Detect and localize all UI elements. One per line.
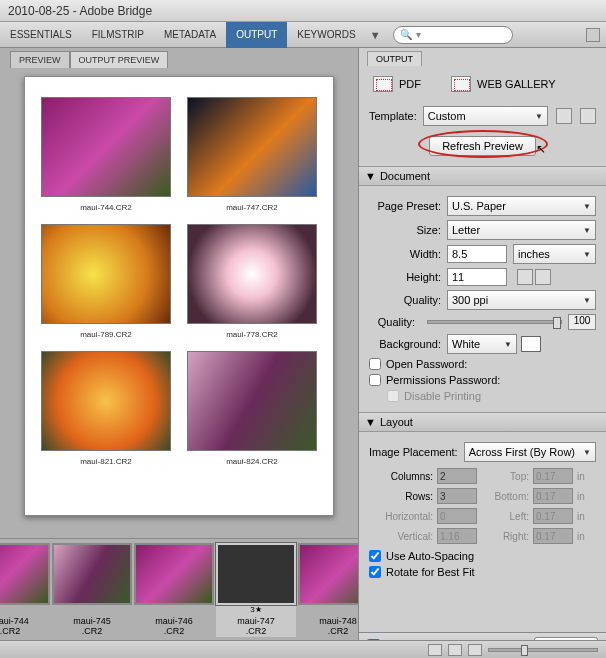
filmstrip-item[interactable]: maui-745.CR2	[52, 543, 132, 637]
zoom-slider[interactable]	[488, 648, 598, 652]
thumbnail-caption: maui-789.CR2	[80, 330, 132, 339]
permissions-password-label: Permissions Password:	[386, 374, 500, 386]
image-placement-label: Image Placement:	[369, 446, 464, 458]
size-select[interactable]: Letter▼	[447, 220, 596, 240]
filmstrip-filename: maui-744.CR2	[0, 617, 29, 637]
vertical-input: 1.16	[437, 528, 477, 544]
panel-menu-icon[interactable]	[586, 28, 600, 42]
disable-printing-label: Disable Printing	[404, 390, 481, 402]
thumbnail-caption: maui-744.CR2	[80, 203, 132, 212]
disable-printing-checkbox	[387, 390, 399, 402]
page-thumbnail: maui-778.CR2	[187, 224, 317, 339]
rows-label: Rows:	[369, 491, 433, 502]
filmstrip-thumbnail	[216, 543, 296, 605]
tab-output-preview[interactable]: OUTPUT PREVIEW	[70, 51, 169, 68]
section-layout-header[interactable]: ▼ Layout	[359, 412, 606, 432]
width-unit-select[interactable]: inches▼	[513, 244, 596, 264]
page-thumbnail: maui-821.CR2	[41, 351, 171, 466]
workspace-more-icon[interactable]: ▼	[366, 29, 385, 41]
thumbnail-image	[41, 224, 171, 324]
filmstrip-item[interactable]: 3★maui-747.CR2	[216, 543, 296, 637]
quality-slider[interactable]	[427, 320, 562, 324]
image-placement-select[interactable]: Across First (By Row)▼	[464, 442, 596, 462]
output-tab[interactable]: OUTPUT	[367, 51, 422, 66]
workspace-essentials[interactable]: ESSENTIALS	[0, 22, 82, 48]
auto-spacing-checkbox[interactable]	[369, 550, 381, 562]
page-preview: maui-744.CR2maui-747.CR2maui-789.CR2maui…	[24, 76, 334, 516]
thumbnail-image	[41, 97, 171, 197]
view-mode-icon[interactable]	[468, 644, 482, 656]
orientation-portrait-icon[interactable]	[517, 269, 533, 285]
view-mode-icon[interactable]	[428, 644, 442, 656]
quality-select[interactable]: 300 ppi▼	[447, 290, 596, 310]
background-select[interactable]: White▼	[447, 334, 517, 354]
filmstrip-item[interactable]: maui-746.CR2	[134, 543, 214, 637]
preview-area: maui-744.CR2maui-747.CR2maui-789.CR2maui…	[0, 68, 358, 538]
status-bar	[0, 640, 606, 658]
filmstrip-thumbnail	[298, 543, 358, 605]
rating-label: 3★	[250, 605, 261, 615]
filmstrip-filename: maui-746.CR2	[155, 617, 193, 637]
size-label: Size:	[369, 224, 447, 236]
background-swatch[interactable]	[521, 336, 541, 352]
template-select[interactable]: Custom▼	[423, 106, 548, 126]
template-label: Template:	[369, 110, 417, 122]
thumbnail-caption: maui-824.CR2	[226, 457, 278, 466]
thumbnail-image	[187, 224, 317, 324]
permissions-password-checkbox[interactable]	[369, 374, 381, 386]
rotate-best-fit-label: Rotate for Best Fit	[386, 566, 475, 578]
thumbnail-caption: maui-747.CR2	[226, 203, 278, 212]
auto-spacing-label: Use Auto-Spacing	[386, 550, 474, 562]
page-preset-select[interactable]: U.S. Paper▼	[447, 196, 596, 216]
page-thumbnail: maui-744.CR2	[41, 97, 171, 212]
quality-label: Quality:	[369, 294, 447, 306]
bottom-input: 0.17	[533, 488, 573, 504]
filmstrip-filename: maui-747.CR2	[237, 617, 275, 637]
rotate-best-fit-checkbox[interactable]	[369, 566, 381, 578]
window-title: 2010-08-25 - Adobe Bridge	[8, 4, 152, 18]
section-document-header[interactable]: ▼ Document	[359, 166, 606, 186]
left-label: Left:	[481, 511, 529, 522]
mode-pdf-button[interactable]: PDF	[373, 76, 421, 92]
right-input: 0.17	[533, 528, 573, 544]
orientation-landscape-icon[interactable]	[535, 269, 551, 285]
top-label: Top:	[481, 471, 529, 482]
height-input[interactable]	[447, 268, 507, 286]
workspace-bar: ESSENTIALS FILMSTRIP METADATA OUTPUT KEY…	[0, 22, 606, 48]
filmstrip-thumbnail	[134, 543, 214, 605]
thumbnail-image	[187, 351, 317, 451]
right-label: Right:	[481, 531, 529, 542]
columns-input[interactable]: 2	[437, 468, 477, 484]
workspace-metadata[interactable]: METADATA	[154, 22, 226, 48]
thumbnail-image	[187, 97, 317, 197]
filmstrip-item[interactable]: maui-744.CR2	[0, 543, 50, 637]
search-input[interactable]: 🔍 ▾	[393, 26, 513, 44]
mode-webgallery-button[interactable]: WEB GALLERY	[451, 76, 556, 92]
workspace-output[interactable]: OUTPUT	[226, 22, 287, 48]
thumbnail-caption: maui-778.CR2	[226, 330, 278, 339]
background-label: Background:	[369, 338, 447, 350]
rows-input[interactable]: 3	[437, 488, 477, 504]
thumbnail-caption: maui-821.CR2	[80, 457, 132, 466]
disclosure-triangle-icon: ▼	[365, 416, 376, 428]
template-save-icon[interactable]	[556, 108, 572, 124]
workspace-filmstrip[interactable]: FILMSTRIP	[82, 22, 154, 48]
thumbnail-image	[41, 351, 171, 451]
template-delete-icon[interactable]	[580, 108, 596, 124]
open-password-checkbox[interactable]	[369, 358, 381, 370]
refresh-preview-button[interactable]: Refresh Preview	[429, 136, 536, 156]
height-label: Height:	[369, 271, 447, 283]
horizontal-label: Horizontal:	[369, 511, 433, 522]
tab-preview[interactable]: PREVIEW	[10, 51, 70, 68]
width-input[interactable]	[447, 245, 507, 263]
filmstrip-filename: maui-745.CR2	[73, 617, 111, 637]
cursor-icon: ↖	[536, 142, 546, 156]
disclosure-triangle-icon: ▼	[365, 170, 376, 182]
filmstrip-item[interactable]: maui-748.CR2	[298, 543, 358, 637]
open-password-label: Open Password:	[386, 358, 467, 370]
columns-label: Columns:	[369, 471, 433, 482]
workspace-keywords[interactable]: KEYWORDS	[287, 22, 365, 48]
window-titlebar: 2010-08-25 - Adobe Bridge	[0, 0, 606, 22]
view-mode-icon[interactable]	[448, 644, 462, 656]
filmstrip-thumbnail	[52, 543, 132, 605]
